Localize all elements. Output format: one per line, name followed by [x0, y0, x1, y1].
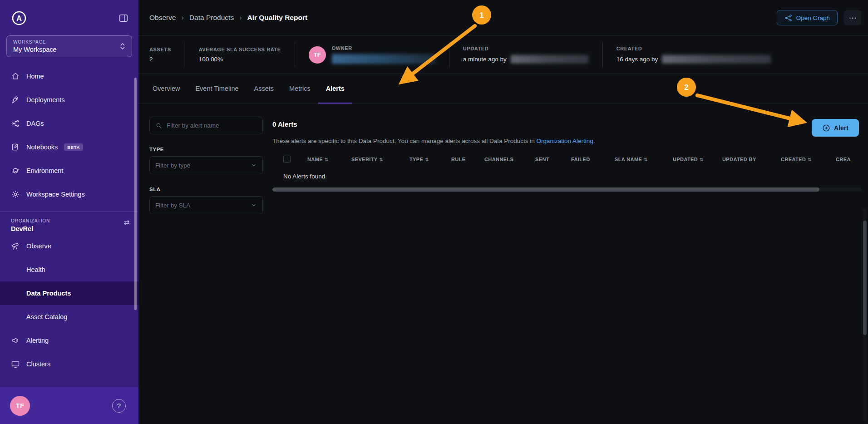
column-header-type[interactable]: TYPE [409, 157, 451, 162]
sidebar-item-label: Deployments [26, 96, 65, 104]
sidebar-item-label: Alerting [26, 337, 49, 344]
stat-value: 16 days ago by [616, 56, 658, 63]
stat-value: 2 [149, 56, 171, 63]
sidebar-item-label: Asset Catalog [26, 313, 67, 320]
column-header-updated[interactable]: UPDATED [673, 157, 722, 162]
tab-event-timeline[interactable]: Event Timeline [187, 74, 246, 104]
sidebar-nav: Home Deployments DAGs [0, 64, 138, 206]
type-filter-select[interactable]: Filter by type [149, 156, 263, 174]
sidebar-item-asset-catalog[interactable]: Asset Catalog [0, 305, 138, 329]
sidebar-item-workspace-settings[interactable]: Workspace Settings [0, 182, 138, 206]
stat-value: a minute ago by [463, 56, 507, 63]
search-icon [155, 122, 163, 129]
column-header-updated-by: UPDATED BY [722, 157, 781, 162]
column-label: NAME [307, 157, 323, 162]
tab-alerts[interactable]: Alerts [318, 74, 352, 104]
switch-organization-icon[interactable] [123, 218, 129, 227]
stat-assets: ASSETS 2 [149, 42, 185, 68]
column-label: UPDATED [673, 157, 698, 162]
stat-sla-success-rate: AVERAGE SLA SUCCESS RATE 100.00% [185, 42, 295, 68]
sidebar-item-label: DAGs [26, 120, 44, 127]
alerts-description-period: . [593, 138, 595, 144]
sidebar-item-home[interactable]: Home [0, 64, 138, 88]
add-alert-label: Alert [834, 124, 848, 132]
stat-label: AVERAGE SLA SUCCESS RATE [199, 47, 281, 52]
telescope-icon [11, 242, 20, 251]
sidebar-scrollbar[interactable] [134, 78, 137, 310]
environment-icon [11, 166, 20, 175]
vertical-scrollbar-thumb[interactable] [863, 221, 867, 335]
organization-label: ORGANIZATION [11, 218, 50, 223]
filter-panel: TYPE Filter by type SLA Filter by SLA [149, 117, 263, 214]
type-filter-label: TYPE [149, 147, 263, 152]
column-header-name[interactable]: NAME [307, 157, 351, 162]
chevron-updown-icon [120, 42, 125, 50]
open-graph-label: Open Graph [796, 15, 830, 21]
sidebar-item-notebooks[interactable]: Notebooks BETA [0, 135, 138, 159]
sidebar-item-dags[interactable]: DAGs [0, 112, 138, 135]
sidebar-item-environment[interactable]: Environment [0, 159, 138, 182]
sla-filter-select[interactable]: Filter by SLA [149, 196, 263, 214]
alert-search-input[interactable] [167, 122, 257, 129]
alerts-description: These alerts are specific to this Data P… [272, 138, 862, 144]
table-horizontal-scrollbar [272, 187, 862, 192]
observe-nav: Observe Health Data Products Asset Catal… [0, 234, 138, 376]
workspace-selector[interactable]: WORKSPACE My Workspace [6, 35, 132, 57]
select-all-checkbox[interactable] [283, 156, 291, 163]
more-options-button[interactable]: ⋯ [844, 10, 861, 25]
sidebar-item-data-products[interactable]: Data Products [0, 281, 138, 305]
rocket-icon [11, 95, 20, 104]
tab-overview[interactable]: Overview [145, 74, 187, 104]
workspace-name: My Workspace [13, 46, 57, 53]
organization-alerting-link[interactable]: Organization Alerting [537, 138, 593, 144]
topbar: Observe Data Products Air Quality Report… [138, 0, 868, 36]
column-label: CHANNELS [484, 157, 513, 162]
sidebar-item-label: Observe [26, 242, 51, 250]
stat-created: CREATED 16 days ago by [602, 42, 785, 68]
sidebar-item-label: Health [26, 266, 45, 273]
sort-icon [808, 157, 812, 162]
help-icon[interactable] [112, 399, 126, 413]
tab-metrics[interactable]: Metrics [281, 74, 318, 104]
column-header-sla-name[interactable]: SLA NAME [615, 157, 673, 162]
open-graph-button[interactable]: Open Graph [777, 10, 838, 25]
sidebar-item-label: Workspace Settings [26, 191, 85, 198]
column-header-severity[interactable]: SEVERITY [351, 157, 409, 162]
sort-icon [644, 157, 648, 162]
column-label: SEVERITY [351, 157, 378, 162]
sidebar-item-observe[interactable]: Observe [0, 234, 138, 258]
horizontal-scrollbar-thumb[interactable] [272, 187, 819, 192]
breadcrumb: Observe Data Products Air Quality Report [149, 14, 307, 22]
alerts-description-text: These alerts are specific to this Data P… [272, 138, 537, 144]
main-area: Observe Data Products Air Quality Report… [138, 0, 868, 424]
add-alert-button[interactable]: Alert [812, 119, 859, 137]
collapse-sidebar-icon[interactable] [118, 13, 128, 23]
column-label: RULE [451, 157, 466, 162]
alerts-count-title: 0 Alerts [272, 120, 862, 128]
sidebar-item-alerting[interactable]: Alerting [0, 329, 138, 352]
sidebar-item-clusters[interactable]: Clusters [0, 352, 138, 376]
stat-updated: UPDATED a minute ago by [449, 42, 602, 68]
alerts-panel: 0 Alerts Alert These alerts are specific… [272, 104, 862, 424]
type-filter-placeholder: Filter by type [155, 162, 190, 169]
owner-avatar: TF [309, 46, 326, 64]
breadcrumb-data-products[interactable]: Data Products [189, 14, 234, 22]
tab-assets[interactable]: Assets [247, 74, 282, 104]
breadcrumb-observe[interactable]: Observe [149, 14, 176, 22]
graph-icon [784, 14, 792, 22]
svg-text:A: A [16, 15, 22, 22]
sidebar-item-health[interactable]: Health [0, 258, 138, 281]
column-label: TYPE [409, 157, 423, 162]
column-label: SENT [535, 157, 549, 162]
home-icon [11, 72, 20, 81]
sidebar-item-deployments[interactable]: Deployments [0, 88, 138, 112]
column-header-failed: FAILED [571, 157, 615, 162]
stats-bar: ASSETS 2 AVERAGE SLA SUCCESS RATE 100.00… [138, 36, 868, 74]
astronomer-logo: A [10, 9, 28, 27]
column-label: CREA [836, 157, 851, 162]
chevron-right-icon [239, 14, 242, 22]
column-header-created[interactable]: CREATED [781, 157, 836, 162]
column-label: SLA NAME [615, 157, 642, 162]
user-avatar[interactable]: TF [10, 396, 30, 416]
sla-filter-label: SLA [149, 187, 263, 192]
